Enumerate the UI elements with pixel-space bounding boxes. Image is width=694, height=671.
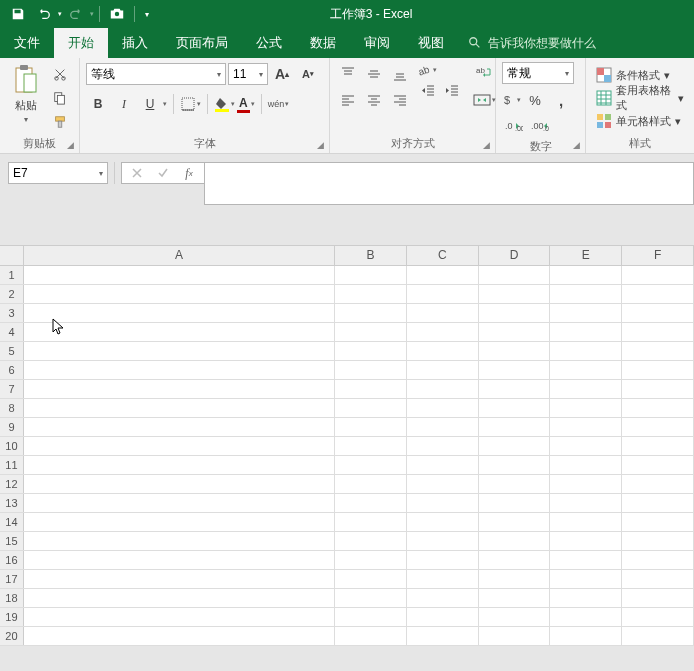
- cell[interactable]: [24, 266, 335, 284]
- cell[interactable]: [335, 418, 407, 436]
- cell[interactable]: [550, 285, 622, 303]
- cell[interactable]: [24, 475, 335, 493]
- row-header[interactable]: 6: [0, 361, 24, 379]
- cell[interactable]: [24, 589, 335, 607]
- cell[interactable]: [24, 437, 335, 455]
- tab-page-layout[interactable]: 页面布局: [162, 28, 242, 58]
- col-header-E[interactable]: E: [550, 246, 622, 265]
- align-center-button[interactable]: [362, 88, 386, 112]
- cell[interactable]: [407, 323, 479, 341]
- cell[interactable]: [335, 475, 407, 493]
- cell[interactable]: [622, 342, 694, 360]
- cell[interactable]: [479, 304, 551, 322]
- wrap-text-button[interactable]: ab: [472, 62, 496, 86]
- merge-button[interactable]: ▾: [473, 92, 496, 108]
- cell[interactable]: [335, 285, 407, 303]
- cell[interactable]: [479, 380, 551, 398]
- cell[interactable]: [550, 532, 622, 550]
- cell[interactable]: [335, 608, 407, 626]
- cell[interactable]: [550, 475, 622, 493]
- italic-button[interactable]: I: [112, 92, 136, 116]
- cell[interactable]: [550, 494, 622, 512]
- row-header[interactable]: 15: [0, 532, 24, 550]
- border-button[interactable]: ▾: [180, 96, 201, 112]
- cell[interactable]: [24, 399, 335, 417]
- tab-view[interactable]: 视图: [404, 28, 458, 58]
- align-left-button[interactable]: [336, 88, 360, 112]
- cell[interactable]: [479, 418, 551, 436]
- cell[interactable]: [550, 342, 622, 360]
- format-painter-button[interactable]: [48, 110, 72, 134]
- cell[interactable]: [407, 342, 479, 360]
- cell[interactable]: [622, 437, 694, 455]
- cell[interactable]: [24, 304, 335, 322]
- cell[interactable]: [407, 494, 479, 512]
- cell[interactable]: [335, 342, 407, 360]
- copy-button[interactable]: [48, 86, 72, 110]
- cell[interactable]: [407, 418, 479, 436]
- cell[interactable]: [550, 589, 622, 607]
- cell[interactable]: [550, 266, 622, 284]
- tab-review[interactable]: 审阅: [350, 28, 404, 58]
- cell[interactable]: [622, 418, 694, 436]
- cell[interactable]: [622, 456, 694, 474]
- cell[interactable]: [407, 513, 479, 531]
- align-right-button[interactable]: [388, 88, 412, 112]
- increase-font-button[interactable]: A▴: [270, 62, 294, 86]
- camera-button[interactable]: [105, 2, 129, 26]
- cell[interactable]: [622, 608, 694, 626]
- cell[interactable]: [479, 437, 551, 455]
- cell[interactable]: [407, 608, 479, 626]
- cell[interactable]: [24, 285, 335, 303]
- row-header[interactable]: 14: [0, 513, 24, 531]
- cell[interactable]: [407, 551, 479, 569]
- cell[interactable]: [335, 627, 407, 645]
- cell[interactable]: [550, 361, 622, 379]
- decrease-font-button[interactable]: A▾: [296, 62, 320, 86]
- cell[interactable]: [335, 456, 407, 474]
- undo-dropdown-icon[interactable]: ▾: [58, 10, 62, 18]
- tab-file[interactable]: 文件: [0, 28, 54, 58]
- cell[interactable]: [550, 304, 622, 322]
- cell[interactable]: [24, 342, 335, 360]
- select-all-corner[interactable]: [0, 246, 24, 265]
- cell[interactable]: [622, 494, 694, 512]
- cell[interactable]: [407, 380, 479, 398]
- cell[interactable]: [479, 551, 551, 569]
- cell[interactable]: [24, 513, 335, 531]
- insert-function-button[interactable]: fx: [180, 164, 198, 182]
- row-header[interactable]: 3: [0, 304, 24, 322]
- row-header[interactable]: 4: [0, 323, 24, 341]
- col-header-C[interactable]: C: [407, 246, 479, 265]
- cell[interactable]: [335, 532, 407, 550]
- row-header[interactable]: 10: [0, 437, 24, 455]
- cell[interactable]: [550, 513, 622, 531]
- cell[interactable]: [550, 418, 622, 436]
- cut-button[interactable]: [48, 62, 72, 86]
- cell[interactable]: [335, 380, 407, 398]
- cell[interactable]: [622, 285, 694, 303]
- cell[interactable]: [550, 399, 622, 417]
- paste-button[interactable]: 粘贴 ▾: [6, 62, 46, 124]
- row-header[interactable]: 20: [0, 627, 24, 645]
- cell[interactable]: [407, 589, 479, 607]
- cell[interactable]: [622, 266, 694, 284]
- row-header[interactable]: 7: [0, 380, 24, 398]
- font-color-button[interactable]: A▾: [237, 96, 255, 113]
- cell[interactable]: [479, 627, 551, 645]
- cell[interactable]: [622, 475, 694, 493]
- cell[interactable]: [479, 532, 551, 550]
- row-header[interactable]: 12: [0, 475, 24, 493]
- font-launcher[interactable]: ◢: [313, 138, 327, 152]
- cell[interactable]: [479, 570, 551, 588]
- col-header-F[interactable]: F: [622, 246, 694, 265]
- cell[interactable]: [24, 627, 335, 645]
- cell[interactable]: [24, 494, 335, 512]
- cell[interactable]: [24, 608, 335, 626]
- tab-data[interactable]: 数据: [296, 28, 350, 58]
- cell[interactable]: [24, 418, 335, 436]
- cell-styles-button[interactable]: 单元格样式 ▾: [592, 110, 688, 132]
- cancel-formula-button[interactable]: [128, 164, 146, 182]
- cell[interactable]: [335, 551, 407, 569]
- align-top-button[interactable]: [336, 62, 360, 86]
